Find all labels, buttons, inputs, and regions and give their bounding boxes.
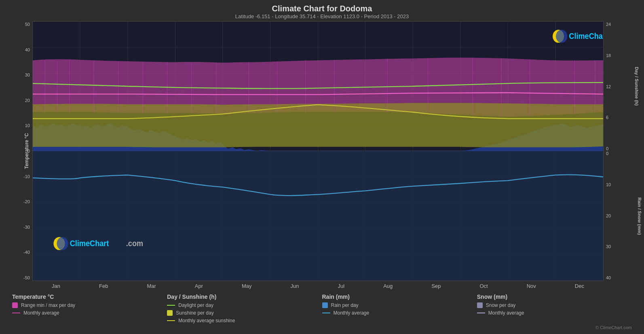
r-tick-30: 30 — [606, 244, 636, 249]
y-axis-right-bot-label: Rain / Snow (mm) — [637, 197, 642, 234]
r-tick-0-top: 0 — [606, 146, 636, 151]
y-tick-m40: -40 — [23, 250, 30, 255]
legend-sunshine: Day / Sunshine (h) Daylight per day Suns… — [167, 294, 322, 323]
svg-rect-23 — [33, 151, 603, 281]
y-tick-m20: -20 — [23, 199, 30, 204]
r-tick-6: 6 — [606, 115, 636, 120]
line-rain-avg — [322, 313, 330, 313]
label-daylight: Daylight per day — [178, 302, 213, 308]
month-apr: Apr — [195, 283, 203, 289]
legend-snow-avg: Monthly average — [477, 310, 632, 316]
watermark: © ClimeChart.com — [8, 325, 636, 330]
chart-area: ClimeChart .com ClimeChart .com — [32, 21, 604, 281]
swatch-temp-range — [12, 302, 18, 308]
title-area: Climate Chart for Dodoma Latitude -6.151… — [8, 4, 636, 19]
legend-rain-per-day: Rain per day — [322, 302, 477, 308]
label-rain-avg: Monthly average — [334, 310, 370, 316]
r-tick-40: 40 — [606, 275, 636, 280]
r-tick-10: 10 — [606, 182, 636, 187]
month-dec: Dec — [575, 283, 584, 289]
svg-point-49 — [57, 237, 68, 250]
svg-text:ClimeChart: ClimeChart — [70, 238, 109, 248]
y-tick-30: 30 — [25, 72, 30, 77]
r-tick-18: 18 — [606, 53, 636, 58]
y-axis-right-top-label: Day / Sunshine (h) — [634, 67, 639, 106]
label-temp-avg: Monthly average — [23, 310, 59, 316]
y-tick-40: 40 — [25, 47, 30, 52]
month-sep: Sep — [431, 283, 441, 289]
r-tick-0-bot: 0 — [606, 151, 636, 156]
swatch-rain — [322, 302, 328, 308]
month-feb: Feb — [99, 283, 108, 289]
legend-rain-title: Rain (mm) — [322, 294, 477, 300]
month-may: May — [242, 283, 252, 289]
legend-sun-avg: Monthly average sunshine — [167, 318, 322, 323]
x-axis: Jan Feb Mar Apr May Jun Jul Aug Sep Oct … — [32, 281, 604, 291]
r-tick-24: 24 — [606, 22, 636, 27]
y-axis-left-label: Temperature °C — [24, 133, 30, 169]
label-temp-range: Range min / max per day — [21, 302, 75, 308]
chart-subtitle: Latitude -6.151 - Longitude 35.714 - Ele… — [8, 13, 636, 19]
legend-daylight: Daylight per day — [167, 302, 322, 308]
y-tick-m10: -10 — [23, 174, 30, 179]
month-jan: Jan — [52, 283, 60, 289]
line-snow-avg — [477, 313, 485, 313]
label-sun-avg: Monthly average sunshine — [178, 318, 235, 323]
line-daylight — [167, 305, 175, 306]
line-sun-avg — [167, 320, 175, 321]
legend-snow-title: Snow (mm) — [477, 294, 632, 300]
chart-svg: ClimeChart .com ClimeChart .com — [33, 21, 603, 281]
page-wrapper: Climate Chart for Dodoma Latitude -6.151… — [0, 0, 644, 334]
legend-temp-title: Temperature °C — [12, 294, 167, 300]
y-tick-m50: -50 — [23, 275, 30, 280]
month-mar: Mar — [147, 283, 156, 289]
label-snow-avg: Monthly average — [488, 310, 524, 316]
legend-snow-per-day: Snow per day — [477, 302, 632, 308]
swatch-sunshine — [167, 310, 173, 316]
swatch-snow — [477, 302, 483, 308]
label-snow-per-day: Snow per day — [486, 302, 515, 308]
month-jul: Jul — [338, 283, 345, 289]
chart-title: Climate Chart for Dodoma — [8, 4, 636, 13]
month-aug: Aug — [383, 283, 393, 289]
r-tick-20: 20 — [606, 213, 636, 218]
legend-area: Temperature °C Range min / max per day M… — [8, 294, 636, 323]
svg-point-45 — [556, 30, 567, 43]
legend-sunshine-per-day: Sunshine per day — [167, 310, 322, 316]
y-tick-50: 50 — [25, 22, 30, 27]
legend-sun-title: Day / Sunshine (h) — [167, 294, 322, 300]
legend-rain: Rain (mm) Rain per day Monthly average — [322, 294, 477, 323]
line-temp-avg — [12, 313, 20, 313]
month-nov: Nov — [527, 283, 536, 289]
legend-temp-avg: Monthly average — [12, 310, 167, 316]
label-sunshine: Sunshine per day — [176, 310, 213, 316]
r-tick-12: 12 — [606, 84, 636, 89]
legend-rain-avg: Monthly average — [322, 310, 477, 316]
y-tick-20: 20 — [25, 98, 30, 103]
legend-snow: Snow (mm) Snow per day Monthly average — [477, 294, 632, 323]
label-rain: Rain per day — [331, 302, 359, 308]
y-tick-m30: -30 — [23, 225, 30, 230]
legend-temp-range: Range min / max per day — [12, 302, 167, 308]
month-jun: Jun — [291, 283, 299, 289]
y-tick-10: 10 — [25, 123, 30, 128]
month-oct: Oct — [479, 283, 488, 289]
svg-text:.com: .com — [126, 238, 143, 248]
svg-text:ClimeChart: ClimeChart — [569, 31, 603, 40]
legend-temperature: Temperature °C Range min / max per day M… — [12, 294, 167, 323]
